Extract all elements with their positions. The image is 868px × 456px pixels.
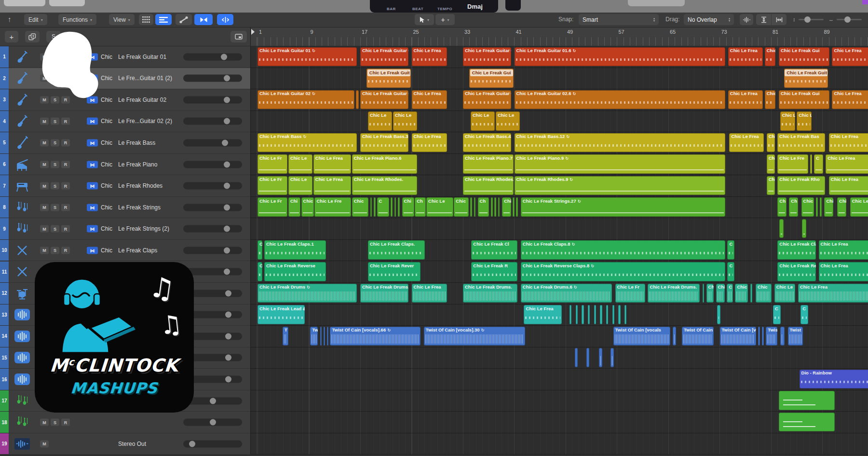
region[interactable]: Chic Le Frea: [829, 176, 868, 195]
mute-button[interactable]: M: [40, 139, 49, 146]
region[interactable]: [779, 219, 784, 238]
mute-button[interactable]: M: [40, 225, 49, 233]
arrange-track-lane[interactable]: TTwTwist Of Cain [vocals].66 ↻Twist Of C…: [251, 326, 868, 347]
playhead-marker[interactable]: [251, 29, 255, 35]
arrange-track-lane[interactable]: Dio - Rainbow: [251, 369, 868, 390]
mute-button[interactable]: M: [40, 419, 49, 426]
track-header-row[interactable]: 4MSR⋈ChicLe Fre...Guitar 02 (2): [0, 111, 251, 133]
region[interactable]: Chic Le Freak Rhodes.: [352, 176, 418, 195]
region[interactable]: Chic Le Frea: [826, 154, 868, 174]
volume-knob[interactable]: [221, 54, 227, 60]
loop-badge-icon[interactable]: ⋈: [87, 225, 98, 233]
volume-slider[interactable]: [183, 440, 242, 447]
region[interactable]: [586, 348, 589, 367]
region[interactable]: Chic Le Frea: [728, 47, 763, 67]
solo-button[interactable]: S: [51, 118, 59, 125]
region[interactable]: Chic Le Freak Bass ↻: [258, 133, 357, 152]
volume-knob[interactable]: [224, 204, 230, 210]
region[interactable]: Chi: [706, 284, 714, 303]
mute-button[interactable]: M: [40, 247, 49, 254]
record-button[interactable]: R: [61, 118, 70, 125]
region[interactable]: Chic Le Frea: [412, 47, 447, 67]
region[interactable]: [816, 197, 818, 217]
pointer-tool-button[interactable]: ▾: [415, 14, 434, 25]
region[interactable]: Chic Le Fre: [314, 197, 351, 217]
region[interactable]: Chic Le Freak Drums ↻: [258, 284, 357, 303]
region[interactable]: [394, 197, 396, 217]
region[interactable]: Chic Le Freak Drums.: [463, 284, 517, 303]
region[interactable]: Chic Le Fr: [258, 197, 287, 217]
volume-slider[interactable]: [183, 96, 242, 103]
region[interactable]: [374, 197, 376, 217]
region[interactable]: Chic Le Frea: [728, 90, 763, 110]
region[interactable]: Chic Le Frea: [412, 90, 447, 110]
add-track-button[interactable]: +: [5, 31, 18, 42]
region[interactable]: Chic: [767, 154, 775, 174]
region[interactable]: [491, 197, 493, 217]
region[interactable]: Chic Le Freak Claps.1: [264, 240, 326, 260]
horizontal-zoom-slider[interactable]: ↔: [828, 16, 862, 22]
region[interactable]: Chic Le: [797, 111, 811, 131]
region[interactable]: [612, 305, 614, 324]
region[interactable]: C: [727, 262, 734, 281]
region[interactable]: Chic Le Freak Bas: [777, 133, 825, 152]
region[interactable]: [391, 197, 393, 217]
region[interactable]: Tw: [310, 327, 318, 346]
region[interactable]: Chic Le Freak Piano.6: [352, 154, 418, 174]
mute-button[interactable]: M: [40, 204, 49, 211]
region[interactable]: Chic: [801, 197, 814, 217]
region[interactable]: [398, 197, 400, 217]
region[interactable]: Chic Le Frea: [412, 284, 447, 303]
region[interactable]: Chic Le Freak Claps.: [368, 240, 425, 260]
region[interactable]: Chic: [352, 197, 368, 217]
region[interactable]: Chic Le: [393, 111, 417, 131]
region[interactable]: Chic Le Fr: [258, 176, 287, 195]
solo-button[interactable]: S: [51, 204, 59, 211]
track-header-row[interactable]: 8MSR⋈ChicLe Freak Strings: [0, 197, 251, 219]
view-menu[interactable]: View▾: [109, 14, 135, 25]
region[interactable]: Chic Le Freak Reverse: [264, 262, 326, 281]
region[interactable]: Chic Le Freak Guitar 01: [360, 47, 408, 67]
record-button[interactable]: R: [61, 247, 70, 254]
volume-knob[interactable]: [189, 441, 195, 447]
loop-badge-icon[interactable]: ⋈: [87, 204, 98, 211]
horizontal-auto-zoom-icon[interactable]: [772, 14, 787, 25]
region[interactable]: Ch: [415, 197, 425, 217]
region[interactable]: Chi: [824, 197, 833, 217]
arrange-track-lane[interactable]: Chic Le FrChic LeChic Le FreaChic Le Fre…: [251, 175, 868, 197]
solo-button[interactable]: S: [51, 139, 59, 146]
region[interactable]: Chic Le Frea: [819, 262, 868, 281]
loop-badge-icon[interactable]: ⋈: [87, 161, 98, 168]
duplicate-track-button[interactable]: [25, 31, 40, 42]
arrange-track-lane[interactable]: CChic Le Freak Claps.1Chic Le Freak Clap…: [251, 240, 868, 262]
region[interactable]: [610, 348, 613, 367]
region[interactable]: [624, 305, 626, 324]
track-header-row[interactable]: 2MSR⋈ChicLe Fre...Guitar 01 (2): [0, 68, 251, 90]
track-header-row[interactable]: 6MSR⋈ChicLe Freak Piano: [0, 154, 251, 176]
region[interactable]: Chic Le Freak Piano.7: [463, 154, 514, 174]
region[interactable]: [582, 305, 583, 324]
track-header-config-button[interactable]: [231, 31, 247, 42]
region[interactable]: T: [283, 327, 288, 346]
region[interactable]: Chic Le Freak Lead &: [258, 305, 305, 324]
loop-badge-icon[interactable]: ⋈: [87, 139, 98, 146]
region[interactable]: [758, 327, 760, 346]
volume-knob[interactable]: [225, 355, 231, 361]
region[interactable]: Chic Le Freak Drums.6 ↻: [521, 284, 612, 303]
region[interactable]: Chic Le Freak Rev: [777, 262, 816, 281]
arrange-track-lane[interactable]: Chic Le Freak GuitChic Le Freak GuiChic …: [251, 68, 868, 90]
volume-slider[interactable]: [183, 118, 242, 125]
solo-button[interactable]: S: [51, 419, 59, 426]
volume-knob[interactable]: [225, 376, 231, 383]
track-header-row[interactable]: 7MSR⋈ChicLe Freak Rhodes: [0, 175, 251, 197]
region[interactable]: [324, 327, 325, 346]
region[interactable]: [717, 305, 720, 324]
region[interactable]: Chic Le Freak Guitar 02 ↻: [258, 90, 354, 110]
functions-menu[interactable]: Functions▾: [58, 14, 96, 25]
region[interactable]: Chic Le Frea: [313, 154, 351, 174]
region[interactable]: Twist Of Cain [vocals: [613, 327, 670, 346]
region[interactable]: [762, 327, 764, 346]
region[interactable]: Chic Le Freak Drums.: [648, 284, 700, 303]
loop-badge-icon[interactable]: ⋈: [87, 247, 98, 254]
region[interactable]: Chic Le Frea: [798, 284, 868, 303]
